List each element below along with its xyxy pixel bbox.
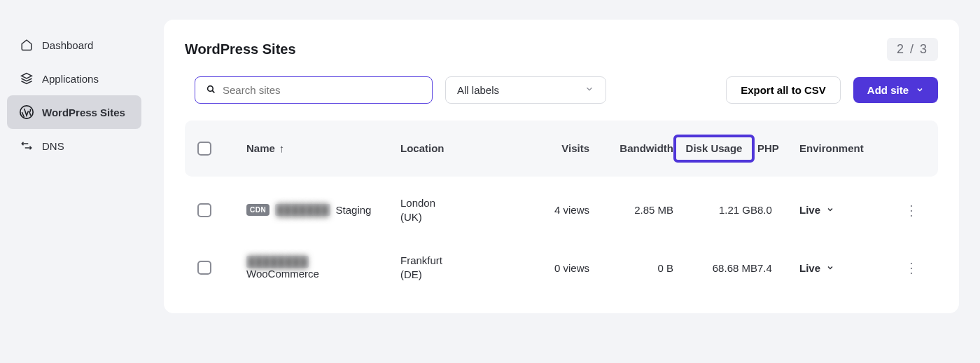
sites-table: Name↑ Location Visits Bandwidth Disk Usa… bbox=[185, 121, 938, 292]
row-actions-menu[interactable]: ⋮ bbox=[897, 202, 925, 219]
sidebar-item-label: WordPress Sites bbox=[42, 107, 125, 118]
table-header: Name↑ Location Visits Bandwidth Disk Usa… bbox=[185, 121, 938, 177]
sidebar-item-label: Dashboard bbox=[42, 39, 93, 51]
export-csv-button[interactable]: Export all to CSV bbox=[726, 76, 841, 104]
sites-card: WordPress Sites 2 / 3 All labels Export … bbox=[164, 20, 959, 313]
wordpress-icon bbox=[20, 105, 34, 119]
disk-usage-highlight: Disk Usage bbox=[673, 135, 755, 163]
environment-select[interactable]: Live bbox=[799, 204, 897, 216]
col-bandwidth[interactable]: Bandwidth bbox=[589, 142, 673, 154]
sidebar-item-applications[interactable]: Applications bbox=[7, 62, 141, 95]
chevron-down-icon bbox=[916, 84, 924, 96]
disk-cell: 1.21 GB bbox=[673, 204, 757, 216]
controls-row: All labels Export all to CSV Add site bbox=[195, 76, 938, 104]
site-name-cell[interactable]: CDN ███████ Staging bbox=[246, 204, 400, 216]
svg-point-2 bbox=[208, 85, 214, 91]
svg-marker-0 bbox=[22, 74, 32, 79]
add-site-button[interactable]: Add site bbox=[853, 77, 938, 103]
site-name-suffix: Staging bbox=[336, 204, 372, 216]
disk-cell: 68.68 MB bbox=[673, 262, 757, 274]
sidebar-item-label: DNS bbox=[42, 140, 64, 152]
main-content: WordPress Sites 2 / 3 All labels Export … bbox=[148, 0, 980, 363]
bandwidth-cell: 2.85 MB bbox=[589, 204, 673, 216]
select-all-checkbox[interactable] bbox=[197, 142, 211, 156]
layers-icon bbox=[20, 71, 34, 85]
add-site-label: Add site bbox=[867, 84, 909, 96]
row-checkbox[interactable] bbox=[197, 203, 211, 217]
col-disk-usage[interactable]: Disk Usage bbox=[673, 135, 757, 163]
labels-select[interactable]: All labels bbox=[445, 76, 606, 104]
svg-line-3 bbox=[212, 90, 214, 93]
col-visits[interactable]: Visits bbox=[505, 142, 589, 154]
search-input-wrapper[interactable] bbox=[195, 76, 433, 104]
php-cell: 8.0 bbox=[757, 204, 799, 216]
chevron-down-icon bbox=[584, 84, 594, 96]
sidebar-item-wordpress-sites[interactable]: WordPress Sites bbox=[7, 95, 141, 129]
table-row: ████████ WooCommerce Frankfurt (DE) 0 vi… bbox=[185, 234, 938, 292]
col-environment[interactable]: Environment bbox=[799, 142, 897, 154]
row-checkbox[interactable] bbox=[197, 261, 211, 275]
sidebar-item-dns[interactable]: DNS bbox=[7, 129, 141, 163]
visits-cell: 0 views bbox=[505, 262, 589, 274]
sidebar: Dashboard Applications WordPress Sites D… bbox=[0, 0, 148, 363]
location-cell: Frankfurt (DE) bbox=[400, 254, 505, 282]
page-title: WordPress Sites bbox=[185, 41, 296, 57]
search-icon bbox=[206, 85, 216, 96]
site-name-blurred: ████████ bbox=[246, 256, 309, 268]
site-name-cell[interactable]: ████████ WooCommerce bbox=[246, 256, 400, 280]
location-cell: London (UK) bbox=[400, 196, 505, 225]
labels-select-value: All labels bbox=[457, 84, 499, 96]
col-php[interactable]: PHP bbox=[757, 142, 799, 154]
table-row: CDN ███████ Staging London (UK) 4 views … bbox=[185, 177, 938, 235]
site-name-blurred: ███████ bbox=[275, 204, 330, 216]
row-actions-menu[interactable]: ⋮ bbox=[897, 259, 925, 276]
visits-cell: 4 views bbox=[505, 204, 589, 216]
site-name-suffix: WooCommerce bbox=[246, 268, 400, 280]
sort-asc-icon: ↑ bbox=[279, 142, 285, 154]
title-bar: WordPress Sites 2 / 3 bbox=[185, 38, 938, 61]
cdn-badge: CDN bbox=[246, 204, 270, 216]
sidebar-item-label: Applications bbox=[42, 73, 99, 85]
dns-icon bbox=[20, 139, 34, 153]
col-name[interactable]: Name↑ bbox=[246, 142, 400, 154]
php-cell: 7.4 bbox=[757, 262, 799, 274]
page-counter: 2 / 3 bbox=[887, 38, 938, 61]
col-location[interactable]: Location bbox=[400, 142, 505, 154]
environment-select[interactable]: Live bbox=[799, 262, 897, 274]
home-icon bbox=[20, 38, 34, 52]
bandwidth-cell: 0 B bbox=[589, 262, 673, 274]
chevron-down-icon bbox=[826, 204, 834, 216]
sidebar-item-dashboard[interactable]: Dashboard bbox=[7, 28, 141, 62]
chevron-down-icon bbox=[826, 262, 834, 274]
search-input[interactable] bbox=[223, 84, 421, 96]
